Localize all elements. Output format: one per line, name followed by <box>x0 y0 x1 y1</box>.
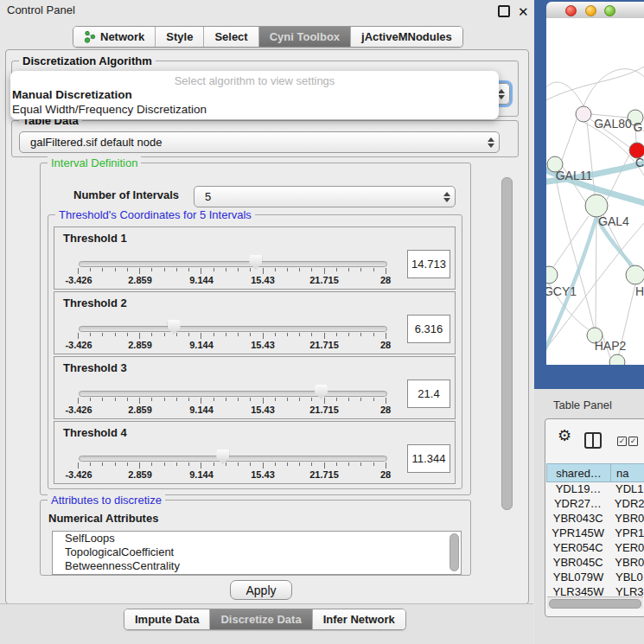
label-c-partial: C <box>635 156 644 169</box>
tick-label: 21.715 <box>309 469 339 480</box>
threshold-1-panel: Threshold 1 -3.426 2.859 9.144 15.43 21.… <box>54 226 456 290</box>
tick-label: -3.426 <box>65 275 92 285</box>
bottom-tab-bar: Impute Data Discretize Data Infer Networ… <box>124 609 406 630</box>
table-row[interactable]: YPR145WYPR1 <box>546 526 644 541</box>
tab-impute-data[interactable]: Impute Data <box>124 609 210 629</box>
numerical-attributes-list: SelfLoops TopologicalCoefficient Between… <box>52 531 462 575</box>
tick-label: 2.859 <box>128 275 152 285</box>
mac-zoom-button[interactable] <box>604 5 615 16</box>
node-right-mid[interactable] <box>626 265 644 284</box>
slider-ticks <box>78 398 386 405</box>
threshold-2-slider-track[interactable] <box>79 326 387 332</box>
panel-title: Control Panel <box>7 3 75 16</box>
window-controls: ✕ <box>498 5 529 17</box>
tab-network-label: Network <box>100 30 144 43</box>
network-view-window: GAL80 G. C GAL11 GAL4 GCY1 H HAP2 <box>534 0 644 389</box>
table-panel: Table Panel ⚙ ✓ ✓ shared… na YDL19…YDL1 … <box>534 389 644 644</box>
list-item-betweennesscentrality[interactable]: BetweennessCentrality <box>53 559 461 573</box>
combo-stepper-icon <box>483 137 499 148</box>
algorithm-dropdown-popup: Select algorithm to view settings Manual… <box>10 71 499 119</box>
attributes-group-title: Attributes to discretize <box>48 494 165 507</box>
tab-cyni-toolbox[interactable]: Cyni Toolbox <box>259 27 351 47</box>
tick-label: 15.43 <box>251 340 275 350</box>
tick-label: 15.43 <box>251 469 275 480</box>
table-data-combo[interactable]: galFiltered.sif default node <box>19 131 500 153</box>
threshold-3-value-field[interactable]: 21.4 <box>407 379 450 408</box>
tab-select[interactable]: Select <box>204 27 258 47</box>
threshold-1-value-field[interactable]: 14.713 <box>407 250 450 278</box>
tab-network[interactable]: Network <box>73 27 156 47</box>
list-vertical-scrollbar[interactable] <box>450 533 459 571</box>
slider-ticks <box>78 268 386 275</box>
thresholds-group-title: Threshold's Coordinates for 5 Intervals <box>55 208 255 221</box>
tab-infer-network[interactable]: Infer Network <box>313 609 405 629</box>
list-item-topologicalcoefficient[interactable]: TopologicalCoefficient <box>53 545 461 559</box>
mac-close-button[interactable] <box>565 5 577 16</box>
label-h-partial: H <box>635 284 644 298</box>
column-header-name[interactable]: na <box>610 463 644 482</box>
tick-label: 28 <box>380 340 391 350</box>
threshold-3-slider-track[interactable] <box>79 391 387 397</box>
table-row[interactable]: YDL19…YDL1 <box>546 482 644 497</box>
table-row[interactable]: YDR27…YDR2 <box>546 497 644 512</box>
threshold-3-panel: Threshold 3 -3.426 2.859 9.144 15.43 21.… <box>54 356 456 419</box>
network-window-titlebar[interactable] <box>546 2 644 19</box>
slider-ticks <box>78 333 386 340</box>
label-gcy1: GCY1 <box>546 284 577 298</box>
network-nodes[interactable] <box>546 106 644 365</box>
close-icon[interactable]: ✕ <box>518 6 529 17</box>
table-row[interactable]: YER054CYER0 <box>546 541 644 556</box>
dropdown-option-equal-width-frequency[interactable]: Equal Width/Frequency Discretization <box>12 103 207 116</box>
threshold-2-value-field[interactable]: 6.316 <box>407 315 450 343</box>
node-bottom[interactable] <box>609 354 625 365</box>
dropdown-option-manual-discretization[interactable]: Manual Discretization <box>12 88 132 101</box>
slider-ticks <box>78 462 386 469</box>
network-icon <box>84 30 96 43</box>
interval-definition-title: Interval Definition <box>48 156 141 169</box>
list-item-selfloops[interactable]: SelfLoops <box>53 532 461 545</box>
tab-discretize-data[interactable]: Discretize Data <box>210 609 312 629</box>
top-tab-bar: Network Style Select Cyni Toolbox jActiv… <box>73 26 463 48</box>
threshold-4-value-field[interactable]: 11.344 <box>407 444 450 473</box>
table-row[interactable]: YBR045CYBR0 <box>546 556 644 571</box>
numerical-attributes-label: Numerical Attributes <box>48 512 158 525</box>
label-g-partial: G. <box>634 120 644 134</box>
threshold-4-slider-track[interactable] <box>79 456 387 462</box>
tab-jactivemnodules[interactable]: jActiveMNodules <box>351 27 462 47</box>
tick-label: 28 <box>380 405 391 415</box>
table-row[interactable]: YBR043CYBR0 <box>546 512 644 526</box>
number-of-intervals-combo[interactable]: 5 <box>194 186 456 207</box>
tick-label: 21.715 <box>309 275 339 285</box>
float-window-icon[interactable] <box>498 5 510 17</box>
threshold-1-slider-track[interactable] <box>79 261 387 267</box>
threshold-3-label: Threshold 3 <box>63 361 127 374</box>
gear-icon[interactable]: ⚙ <box>558 428 571 443</box>
tab-style[interactable]: Style <box>156 27 204 47</box>
tick-label: 28 <box>380 275 391 285</box>
number-of-intervals-label: Number of Intervals <box>73 188 179 201</box>
tick-label: 21.715 <box>309 340 339 350</box>
table-row[interactable]: YBL079WYBL0 <box>546 571 644 585</box>
checkbox-icon[interactable]: ✓ <box>628 437 638 446</box>
checkbox-icon[interactable]: ✓ <box>617 437 627 446</box>
node-gcy1[interactable] <box>546 266 558 284</box>
table-horizontal-scrollbar-thumb[interactable] <box>549 599 641 609</box>
tick-label: 2.859 <box>128 405 152 415</box>
apply-button[interactable]: Apply <box>230 580 292 600</box>
tick-label: 9.144 <box>189 340 214 350</box>
combo-stepper-icon <box>439 192 455 202</box>
panel-vertical-scrollbar[interactable] <box>501 177 513 510</box>
tick-label: 2.859 <box>128 469 152 480</box>
tick-label: 9.144 <box>189 469 214 480</box>
column-layout-icon[interactable] <box>584 432 602 449</box>
tick-label: -3.426 <box>65 340 92 350</box>
application: Control Panel ✕ Network Style Select Cyn… <box>0 0 644 644</box>
column-header-shared-name[interactable]: shared… <box>546 463 611 482</box>
node-gal80[interactable] <box>576 106 591 122</box>
network-canvas[interactable]: GAL80 G. C GAL11 GAL4 GCY1 H HAP2 <box>546 18 644 365</box>
table-horizontal-scrollbar[interactable] <box>547 596 643 609</box>
discretization-algorithm-title: Discretization Algorithm <box>19 54 156 67</box>
table-data-value: galFiltered.sif default node <box>20 136 483 149</box>
mac-minimize-button[interactable] <box>585 5 596 16</box>
tick-label: 9.144 <box>189 275 214 285</box>
